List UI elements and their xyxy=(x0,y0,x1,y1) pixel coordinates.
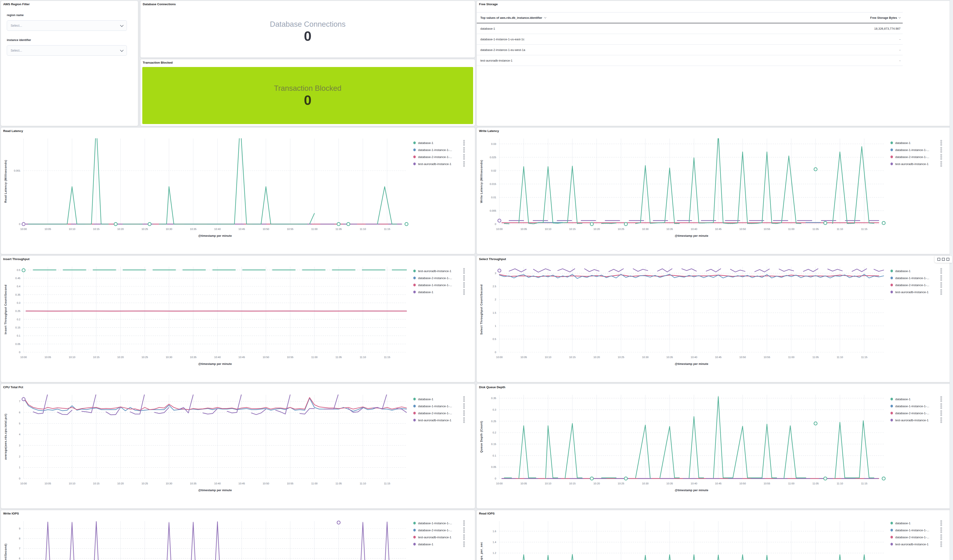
svg-text:10:55: 10:55 xyxy=(287,228,293,230)
legend-options-icon[interactable] xyxy=(463,418,465,423)
svg-text:10:50: 10:50 xyxy=(262,356,269,359)
panel-cpu-total-pct: CPU Total Pct 0123456710:0010:0510:1010:… xyxy=(1,384,475,508)
legend-item[interactable]: database-1-instance-1-... xyxy=(891,528,942,533)
legend-options-icon[interactable] xyxy=(941,528,942,533)
select-throughput-chart[interactable]: 00.511.522.5310:0010:0510:1010:1510:2010… xyxy=(477,256,952,382)
legend-options-icon[interactable] xyxy=(941,520,942,526)
legend-options-icon[interactable] xyxy=(463,403,465,409)
legend-item[interactable]: test-auroradb-instance-1 xyxy=(413,418,465,422)
y-axis-title: Insert Throughput Count/Second xyxy=(2,267,9,352)
region-name-select[interactable]: Select... xyxy=(7,20,127,31)
svg-text:0.35: 0.35 xyxy=(16,293,20,296)
legend-item[interactable]: test-auroradb-instance-1 xyxy=(891,289,942,294)
legend-label: database-1 xyxy=(895,521,940,525)
legend-options-icon[interactable] xyxy=(941,410,942,416)
svg-text:11:15: 11:15 xyxy=(861,356,868,359)
legend-item[interactable]: database-1 xyxy=(891,268,942,274)
svg-text:10:25: 10:25 xyxy=(618,356,624,359)
legend-item[interactable]: database-2-instance-1-... xyxy=(413,275,465,280)
legend-item[interactable]: database-1 xyxy=(413,289,465,294)
legend-options-icon[interactable] xyxy=(941,161,942,167)
legend-item[interactable]: database-1-instance-1-... xyxy=(891,147,942,152)
legend-options-icon[interactable] xyxy=(941,396,942,402)
svg-text:0.3: 0.3 xyxy=(17,302,20,304)
cpu-total-pct-chart[interactable]: 0123456710:0010:0510:1010:1510:2010:2510… xyxy=(1,384,475,508)
legend-item[interactable]: database-1 xyxy=(413,140,465,145)
legend-options-icon[interactable] xyxy=(463,528,465,533)
legend-options-icon[interactable] xyxy=(941,403,942,409)
legend-item[interactable]: database-1 xyxy=(891,397,942,402)
legend-options-icon[interactable] xyxy=(463,154,465,159)
legend-color-dot xyxy=(891,419,893,421)
legend-item[interactable]: test-auroradb-instance-1 xyxy=(413,535,465,540)
disk-queue-depth-chart[interactable]: 00.050.10.150.20.250.30.3510:0010:0510:1… xyxy=(477,384,952,508)
read-iops-chart[interactable]: 1.61.41.210:0010:0510:1010:1510:2010:251… xyxy=(477,510,952,560)
svg-text:0: 0 xyxy=(19,477,20,480)
legend-options-icon[interactable] xyxy=(463,161,465,167)
panel-menu-icon xyxy=(947,258,949,261)
legend-item[interactable]: test-auroradb-instance-1 xyxy=(413,161,465,166)
legend-options-icon[interactable] xyxy=(941,140,942,145)
legend-item[interactable]: database-2-instance-1-... xyxy=(891,411,942,416)
legend-item[interactable]: test-auroradb-instance-1 xyxy=(891,418,942,422)
panel-hover-menu[interactable] xyxy=(934,256,952,263)
legend-options-icon[interactable] xyxy=(463,520,465,526)
svg-text:10:15: 10:15 xyxy=(569,356,576,359)
legend-options-icon[interactable] xyxy=(463,541,465,547)
legend-options-icon[interactable] xyxy=(463,289,465,295)
legend-item[interactable]: database-1-instance-1-... xyxy=(413,404,465,408)
chevron-down-icon xyxy=(120,48,124,52)
write-latency-chart[interactable]: 00.0050.010.0150.020.0250.0310:0010:0510… xyxy=(477,128,952,254)
legend-item[interactable]: database-1 xyxy=(891,140,942,145)
legend-color-dot xyxy=(413,277,416,279)
legend-item[interactable]: database-1 xyxy=(413,541,465,547)
legend-item[interactable]: database-1-instance-1-... xyxy=(413,147,465,152)
legend-item[interactable]: database-2-instance-1-... xyxy=(891,283,942,288)
legend-options-icon[interactable] xyxy=(463,268,465,274)
page-scrollbar[interactable] xyxy=(950,0,953,560)
insert-throughput-chart[interactable]: 00.050.10.150.20.250.30.350.40.450.510:0… xyxy=(1,256,475,382)
write-iops-chart[interactable]: 987610:0010:0510:1010:1510:2010:2510:301… xyxy=(1,510,475,560)
legend-options-icon[interactable] xyxy=(941,534,942,540)
legend-options-icon[interactable] xyxy=(941,147,942,153)
svg-text:10:35: 10:35 xyxy=(666,482,673,485)
column-header-free-storage-bytes[interactable]: Free Storage Bytes xyxy=(711,16,903,20)
legend-options-icon[interactable] xyxy=(941,154,942,159)
legend-label: database-2-instance-1-... xyxy=(895,535,940,539)
svg-text:10:30: 10:30 xyxy=(166,228,172,230)
legend-item[interactable]: test-auroradb-instance-1 xyxy=(891,541,942,547)
read-latency-chart[interactable]: 00.00110:0010:0510:1010:1510:2010:2510:3… xyxy=(1,128,475,254)
legend-options-icon[interactable] xyxy=(463,396,465,402)
legend-item[interactable]: database-2-instance-1-... xyxy=(413,411,465,416)
column-header-identifier[interactable]: Top values of aws.rds.db_instance.identi… xyxy=(477,16,711,20)
legend-options-icon[interactable] xyxy=(941,268,942,274)
legend-item[interactable]: database-1-instance-1-... xyxy=(891,404,942,408)
legend-options-icon[interactable] xyxy=(463,410,465,416)
legend-options-icon[interactable] xyxy=(463,282,465,288)
legend-options-icon[interactable] xyxy=(941,282,942,288)
svg-text:10:35: 10:35 xyxy=(666,356,673,359)
legend-options-icon[interactable] xyxy=(941,541,942,547)
legend-options-icon[interactable] xyxy=(463,275,465,281)
legend-options-icon[interactable] xyxy=(941,418,942,423)
legend-item[interactable]: test-auroradb-instance-1 xyxy=(413,268,465,274)
legend-options-icon[interactable] xyxy=(463,140,465,145)
legend-options-icon[interactable] xyxy=(941,275,942,281)
legend-item[interactable]: database-2-instance-1-... xyxy=(413,155,465,159)
svg-text:0: 0 xyxy=(495,477,496,480)
svg-text:11:15: 11:15 xyxy=(861,482,868,485)
legend-item[interactable]: database-1 xyxy=(413,397,465,402)
legend-options-icon[interactable] xyxy=(463,147,465,153)
legend-item[interactable]: database-2-instance-1-... xyxy=(413,528,465,533)
legend-options-icon[interactable] xyxy=(941,289,942,295)
legend-item[interactable]: database-2-instance-1-... xyxy=(891,535,942,540)
legend-item[interactable]: database-2-instance-1-... xyxy=(891,155,942,159)
legend-item[interactable]: database-1-instance-1-... xyxy=(891,275,942,280)
legend-item[interactable]: database-1-instance-1-... xyxy=(413,521,465,526)
legend-item[interactable]: database-1-instance-1-... xyxy=(413,283,465,288)
legend-item[interactable]: test-auroradb-instance-1 xyxy=(891,161,942,166)
legend-options-icon[interactable] xyxy=(463,534,465,540)
instance-identifier-select[interactable]: Select... xyxy=(7,45,127,56)
x-axis-title: @timestamp per minute xyxy=(500,362,884,365)
legend-item[interactable]: database-1 xyxy=(891,521,942,526)
